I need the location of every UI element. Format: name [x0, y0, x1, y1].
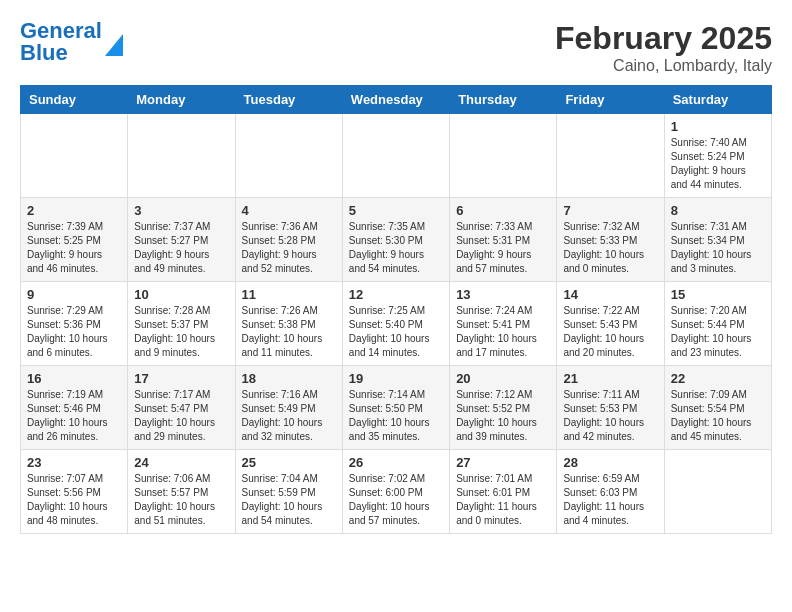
calendar-cell: 18Sunrise: 7:16 AM Sunset: 5:49 PM Dayli… [235, 366, 342, 450]
day-info: Sunrise: 7:17 AM Sunset: 5:47 PM Dayligh… [134, 388, 228, 444]
calendar-cell: 16Sunrise: 7:19 AM Sunset: 5:46 PM Dayli… [21, 366, 128, 450]
day-number: 1 [671, 119, 765, 134]
calendar-cell: 21Sunrise: 7:11 AM Sunset: 5:53 PM Dayli… [557, 366, 664, 450]
calendar-cell: 11Sunrise: 7:26 AM Sunset: 5:38 PM Dayli… [235, 282, 342, 366]
calendar-cell: 20Sunrise: 7:12 AM Sunset: 5:52 PM Dayli… [450, 366, 557, 450]
day-number: 15 [671, 287, 765, 302]
calendar-cell: 22Sunrise: 7:09 AM Sunset: 5:54 PM Dayli… [664, 366, 771, 450]
location-title: Caino, Lombardy, Italy [555, 57, 772, 75]
day-info: Sunrise: 7:35 AM Sunset: 5:30 PM Dayligh… [349, 220, 443, 276]
calendar-cell [450, 114, 557, 198]
svg-marker-0 [105, 34, 123, 56]
day-info: Sunrise: 7:12 AM Sunset: 5:52 PM Dayligh… [456, 388, 550, 444]
calendar-cell [557, 114, 664, 198]
calendar-cell [342, 114, 449, 198]
day-info: Sunrise: 7:29 AM Sunset: 5:36 PM Dayligh… [27, 304, 121, 360]
title-block: February 2025 Caino, Lombardy, Italy [555, 20, 772, 75]
calendar-cell: 3Sunrise: 7:37 AM Sunset: 5:27 PM Daylig… [128, 198, 235, 282]
calendar-cell: 28Sunrise: 6:59 AM Sunset: 6:03 PM Dayli… [557, 450, 664, 534]
day-info: Sunrise: 7:31 AM Sunset: 5:34 PM Dayligh… [671, 220, 765, 276]
day-info: Sunrise: 7:07 AM Sunset: 5:56 PM Dayligh… [27, 472, 121, 528]
day-info: Sunrise: 7:24 AM Sunset: 5:41 PM Dayligh… [456, 304, 550, 360]
calendar-cell: 9Sunrise: 7:29 AM Sunset: 5:36 PM Daylig… [21, 282, 128, 366]
day-info: Sunrise: 7:02 AM Sunset: 6:00 PM Dayligh… [349, 472, 443, 528]
day-number: 16 [27, 371, 121, 386]
day-info: Sunrise: 7:33 AM Sunset: 5:31 PM Dayligh… [456, 220, 550, 276]
day-info: Sunrise: 7:36 AM Sunset: 5:28 PM Dayligh… [242, 220, 336, 276]
day-info: Sunrise: 7:20 AM Sunset: 5:44 PM Dayligh… [671, 304, 765, 360]
calendar-cell: 27Sunrise: 7:01 AM Sunset: 6:01 PM Dayli… [450, 450, 557, 534]
day-number: 13 [456, 287, 550, 302]
calendar-cell: 24Sunrise: 7:06 AM Sunset: 5:57 PM Dayli… [128, 450, 235, 534]
day-number: 12 [349, 287, 443, 302]
calendar-week-row: 9Sunrise: 7:29 AM Sunset: 5:36 PM Daylig… [21, 282, 772, 366]
day-number: 5 [349, 203, 443, 218]
day-number: 11 [242, 287, 336, 302]
logo: General Blue [20, 20, 123, 64]
weekday-header-monday: Monday [128, 86, 235, 114]
day-info: Sunrise: 7:40 AM Sunset: 5:24 PM Dayligh… [671, 136, 765, 192]
calendar-table: SundayMondayTuesdayWednesdayThursdayFrid… [20, 85, 772, 534]
weekday-header-sunday: Sunday [21, 86, 128, 114]
day-number: 27 [456, 455, 550, 470]
day-info: Sunrise: 7:14 AM Sunset: 5:50 PM Dayligh… [349, 388, 443, 444]
weekday-header-wednesday: Wednesday [342, 86, 449, 114]
day-number: 7 [563, 203, 657, 218]
calendar-week-row: 2Sunrise: 7:39 AM Sunset: 5:25 PM Daylig… [21, 198, 772, 282]
day-info: Sunrise: 7:06 AM Sunset: 5:57 PM Dayligh… [134, 472, 228, 528]
calendar-cell: 15Sunrise: 7:20 AM Sunset: 5:44 PM Dayli… [664, 282, 771, 366]
day-number: 9 [27, 287, 121, 302]
calendar-cell: 14Sunrise: 7:22 AM Sunset: 5:43 PM Dayli… [557, 282, 664, 366]
calendar-cell: 23Sunrise: 7:07 AM Sunset: 5:56 PM Dayli… [21, 450, 128, 534]
calendar-cell: 5Sunrise: 7:35 AM Sunset: 5:30 PM Daylig… [342, 198, 449, 282]
weekday-header-tuesday: Tuesday [235, 86, 342, 114]
logo-text: General Blue [20, 20, 102, 64]
calendar-cell [235, 114, 342, 198]
weekday-header-thursday: Thursday [450, 86, 557, 114]
day-info: Sunrise: 6:59 AM Sunset: 6:03 PM Dayligh… [563, 472, 657, 528]
day-number: 6 [456, 203, 550, 218]
day-number: 14 [563, 287, 657, 302]
day-info: Sunrise: 7:39 AM Sunset: 5:25 PM Dayligh… [27, 220, 121, 276]
day-number: 24 [134, 455, 228, 470]
day-info: Sunrise: 7:32 AM Sunset: 5:33 PM Dayligh… [563, 220, 657, 276]
logo-blue: Blue [20, 40, 68, 65]
day-info: Sunrise: 7:16 AM Sunset: 5:49 PM Dayligh… [242, 388, 336, 444]
calendar-cell: 12Sunrise: 7:25 AM Sunset: 5:40 PM Dayli… [342, 282, 449, 366]
day-info: Sunrise: 7:04 AM Sunset: 5:59 PM Dayligh… [242, 472, 336, 528]
day-number: 22 [671, 371, 765, 386]
day-number: 18 [242, 371, 336, 386]
calendar-cell [128, 114, 235, 198]
day-number: 3 [134, 203, 228, 218]
page-header: General Blue February 2025 Caino, Lombar… [20, 20, 772, 75]
day-number: 26 [349, 455, 443, 470]
calendar-cell [21, 114, 128, 198]
day-number: 17 [134, 371, 228, 386]
day-number: 2 [27, 203, 121, 218]
calendar-cell: 1Sunrise: 7:40 AM Sunset: 5:24 PM Daylig… [664, 114, 771, 198]
calendar-cell: 4Sunrise: 7:36 AM Sunset: 5:28 PM Daylig… [235, 198, 342, 282]
calendar-cell: 19Sunrise: 7:14 AM Sunset: 5:50 PM Dayli… [342, 366, 449, 450]
calendar-cell: 2Sunrise: 7:39 AM Sunset: 5:25 PM Daylig… [21, 198, 128, 282]
calendar-cell: 25Sunrise: 7:04 AM Sunset: 5:59 PM Dayli… [235, 450, 342, 534]
calendar-header-row: SundayMondayTuesdayWednesdayThursdayFrid… [21, 86, 772, 114]
day-info: Sunrise: 7:37 AM Sunset: 5:27 PM Dayligh… [134, 220, 228, 276]
day-info: Sunrise: 7:09 AM Sunset: 5:54 PM Dayligh… [671, 388, 765, 444]
day-info: Sunrise: 7:25 AM Sunset: 5:40 PM Dayligh… [349, 304, 443, 360]
logo-icon [105, 34, 123, 56]
day-number: 23 [27, 455, 121, 470]
day-number: 25 [242, 455, 336, 470]
day-info: Sunrise: 7:01 AM Sunset: 6:01 PM Dayligh… [456, 472, 550, 528]
calendar-cell: 13Sunrise: 7:24 AM Sunset: 5:41 PM Dayli… [450, 282, 557, 366]
calendar-week-row: 1Sunrise: 7:40 AM Sunset: 5:24 PM Daylig… [21, 114, 772, 198]
day-number: 28 [563, 455, 657, 470]
calendar-cell: 10Sunrise: 7:28 AM Sunset: 5:37 PM Dayli… [128, 282, 235, 366]
calendar-cell: 6Sunrise: 7:33 AM Sunset: 5:31 PM Daylig… [450, 198, 557, 282]
calendar-week-row: 23Sunrise: 7:07 AM Sunset: 5:56 PM Dayli… [21, 450, 772, 534]
day-info: Sunrise: 7:28 AM Sunset: 5:37 PM Dayligh… [134, 304, 228, 360]
day-number: 21 [563, 371, 657, 386]
calendar-cell: 26Sunrise: 7:02 AM Sunset: 6:00 PM Dayli… [342, 450, 449, 534]
day-info: Sunrise: 7:22 AM Sunset: 5:43 PM Dayligh… [563, 304, 657, 360]
day-number: 8 [671, 203, 765, 218]
calendar-cell: 7Sunrise: 7:32 AM Sunset: 5:33 PM Daylig… [557, 198, 664, 282]
